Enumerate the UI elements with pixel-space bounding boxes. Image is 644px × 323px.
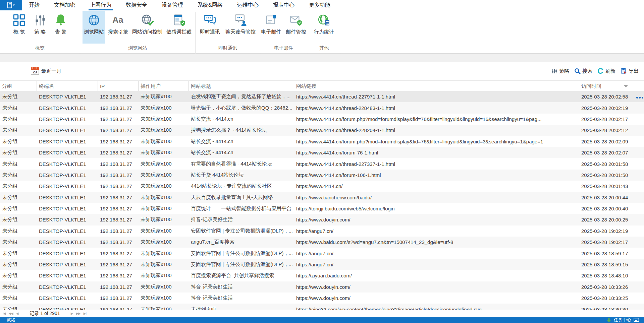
table-row[interactable]: 未分组 DESKTOP-VLKTLE1 192.168.31.27 未知玩家x1…: [0, 304, 644, 310]
table-row[interactable]: 未分组 DESKTOP-VLKTLE1 192.168.31.27 未知玩家x1…: [0, 270, 644, 281]
table-row[interactable]: 未分组 DESKTOP-VLKTLE1 192.168.31.27 未知玩家x1…: [0, 192, 644, 203]
table-row[interactable]: 未分组 DESKTOP-VLKTLE1 192.168.31.27 未知玩家x1…: [0, 293, 644, 304]
ribbon-group-label: 电子邮件: [260, 44, 307, 53]
cell-title: 抖音-记录美好生活: [189, 295, 294, 301]
cell-time: 2025-03-28 18:59:15: [579, 262, 634, 267]
column-header-spacer: [634, 81, 644, 91]
table-row[interactable]: 未分组 DESKTOP-VLKTLE1 192.168.31.27 未知玩家x1…: [0, 158, 644, 169]
menu-item-device-management[interactable]: 设备管理: [162, 0, 183, 10]
menu-item-ops-center[interactable]: 运维中心: [237, 0, 259, 10]
app-menu-icon: [7, 1, 16, 9]
next-record-button[interactable]: ▶: [71, 312, 73, 315]
menu-item-system-network[interactable]: 系统&网络: [198, 0, 223, 10]
cell-group: 未分组: [0, 161, 37, 167]
column-header-ip[interactable]: IP: [98, 81, 139, 91]
search-button[interactable]: 搜索: [574, 68, 592, 74]
table-row[interactable]: 未分组 DESKTOP-VLKTLE1 192.168.31.27 未知玩家x1…: [0, 281, 644, 293]
cell-ip: 192.168.31.27: [98, 161, 139, 167]
cell-url: https://www.baidu.com/s?wd=angu7.cn&tn=1…: [294, 239, 579, 245]
cell-title: 在发钱和涨工资之间，竟然选择了放贷款，...: [189, 93, 294, 100]
table-row[interactable]: 未分组 DESKTOP-VLKTLE1 192.168.31.27 未知玩家x1…: [0, 203, 644, 214]
search-icon: [574, 68, 581, 74]
ribbon-button-email[interactable]: 电子邮件: [260, 11, 283, 44]
cell-user: 未知玩家x100: [139, 261, 189, 268]
next-fast-button[interactable]: ▶▶: [76, 312, 80, 315]
ribbon-button-site-access-control[interactable]: 网站访问控制: [131, 11, 164, 44]
table-row[interactable]: 未分组 DESKTOP-VLKTLE1 192.168.31.27 未知玩家x1…: [0, 170, 644, 181]
pagination-bar: |◀ ◀◀ ◀ 记录 1 of 2901 ▶ ▶▶ ▶|: [0, 310, 644, 317]
cell-terminal: DESKTOP-VLKTLE1: [37, 94, 98, 100]
table-row[interactable]: 未分组 DESKTOP-VLKTLE1 192.168.31.27 未知玩家x1…: [0, 136, 644, 147]
cell-group: 未分组: [0, 250, 37, 257]
ribbon-button-search-engine[interactable]: Aa 搜索引擎: [107, 11, 129, 44]
table-row[interactable]: 未分组 DESKTOP-VLKTLE1 192.168.31.27 未知玩家x1…: [0, 225, 644, 237]
cell-user: 未知玩家x100: [139, 284, 189, 290]
cell-group: 未分组: [0, 261, 37, 268]
table-row[interactable]: 未分组 DESKTOP-VLKTLE1 192.168.31.27 未知玩家x1…: [0, 147, 644, 158]
column-header-terminal[interactable]: 终端名: [37, 81, 98, 91]
policy-sliders-icon: [33, 13, 47, 27]
prev-record-button[interactable]: ◀: [16, 312, 18, 315]
date-range-filter[interactable]: 23 最近一月: [31, 67, 61, 75]
cell-url: https://www.4414.cn/thread-227337-1-1.ht…: [294, 161, 579, 167]
menu-bar: 开始 文档加密 上网行为 数据安全 设备管理 系统&网络 运维中心 报表中心 更…: [0, 0, 644, 10]
cell-user: 未知玩家x100: [139, 295, 189, 301]
ribbon-button-sensitive-word-block[interactable]: 敏感词拦截: [165, 11, 193, 44]
cell-title: 曝光骗子，小心踩坑，做收录的QQ：28462...: [189, 105, 294, 111]
menu-item-start[interactable]: 开始: [29, 0, 40, 10]
cell-url: https://www.4414.cn/thread-228483-1-1.ht…: [294, 105, 579, 111]
prev-fast-button[interactable]: ◀◀: [8, 312, 13, 315]
column-header-url[interactable]: 网站链接: [294, 81, 579, 91]
cell-ip: 192.168.31.27: [98, 262, 139, 267]
site-access-control-icon: [141, 13, 154, 27]
column-header-user[interactable]: 操作用户: [139, 81, 189, 91]
column-header-time[interactable]: 访问时间: [579, 81, 634, 91]
menu-item-data-security[interactable]: 数据安全: [126, 0, 147, 10]
table-row[interactable]: 未分组 DESKTOP-VLKTLE1 192.168.31.27 未知玩家x1…: [0, 237, 644, 248]
table-row[interactable]: 未分组 DESKTOP-VLKTLE1 192.168.31.27 未知玩家x1…: [0, 102, 644, 113]
table-row[interactable]: 未分组 DESKTOP-VLKTLE1 192.168.31.27 未知玩家x1…: [0, 181, 644, 192]
cell-time: 2025-03-28 20:02:58: [579, 94, 634, 100]
menu-item-doc-encryption[interactable]: 文档加密: [54, 0, 75, 10]
export-button-label: 导出: [629, 68, 639, 74]
first-page-button[interactable]: |◀: [3, 312, 5, 315]
ribbon-button-alert[interactable]: 告 警: [53, 11, 69, 44]
ribbon-button-label: 邮件管控: [286, 29, 306, 35]
ribbon-button-label: 电子邮件: [261, 29, 281, 35]
cell-url: https://angu7.cn/: [294, 228, 579, 234]
cell-ip: 192.168.31.27: [98, 206, 139, 211]
table-row[interactable]: 未分组 DESKTOP-VLKTLE1 192.168.31.27 未知玩家x1…: [0, 91, 644, 102]
menu-item-report-center[interactable]: 报表中心: [273, 0, 294, 10]
row-actions-icon[interactable]: [636, 97, 643, 99]
menu-item-internet-behavior[interactable]: 上网行为: [90, 0, 111, 10]
cell-ip: 192.168.31.27: [98, 251, 139, 256]
column-header-title[interactable]: 网站标题: [189, 81, 294, 91]
table-header: 分组 终端名 IP 操作用户 网站标题 网站链接 访问时间: [0, 80, 644, 91]
ribbon-button-overview[interactable]: 概 览: [11, 11, 27, 44]
cell-group: 未分组: [0, 295, 37, 301]
table-row[interactable]: 未分组 DESKTOP-VLKTLE1 192.168.31.27 未知玩家x1…: [0, 259, 644, 270]
table-row[interactable]: 未分组 DESKTOP-VLKTLE1 192.168.31.27 未知玩家x1…: [0, 114, 644, 125]
table-row[interactable]: 未分组 DESKTOP-VLKTLE1 192.168.31.27 未知玩家x1…: [0, 214, 644, 225]
ribbon-button-behavior-stats[interactable]: 行为统计: [313, 11, 335, 44]
ribbon-button-browse-website[interactable]: 浏览网站: [83, 11, 105, 44]
ribbon-button-chat-account-control[interactable]: 聊天账号管控: [224, 11, 257, 44]
table-row[interactable]: 未分组 DESKTOP-VLKTLE1 192.168.31.27 未知玩家x1…: [0, 248, 644, 259]
alert-bell-icon: [54, 13, 67, 27]
menu-item-more-functions[interactable]: 更多功能: [309, 0, 330, 10]
column-header-group[interactable]: 分组: [0, 81, 37, 91]
cell-user: 未知玩家x100: [139, 138, 189, 145]
ribbon-button-policy[interactable]: 策 略: [32, 11, 48, 44]
cell-terminal: DESKTOP-VLKTLE1: [37, 183, 98, 189]
refresh-button[interactable]: 刷新: [597, 68, 615, 74]
last-page-button[interactable]: ▶|: [84, 312, 86, 315]
app-menu-button[interactable]: [0, 0, 22, 10]
cell-ip: 192.168.31.27: [98, 172, 139, 178]
task-center-button[interactable]: 任务中心: [606, 317, 639, 323]
policy-button[interactable]: 策略: [551, 68, 569, 74]
export-button[interactable]: 导出: [621, 68, 639, 74]
ribbon-button-im[interactable]: 即时通讯: [199, 11, 221, 44]
ribbon-button-email-control[interactable]: 邮件管控: [285, 11, 308, 44]
table-row[interactable]: 未分组 DESKTOP-VLKTLE1 192.168.31.27 未知玩家x1…: [0, 125, 644, 136]
filter-caret-icon[interactable]: [624, 85, 628, 87]
